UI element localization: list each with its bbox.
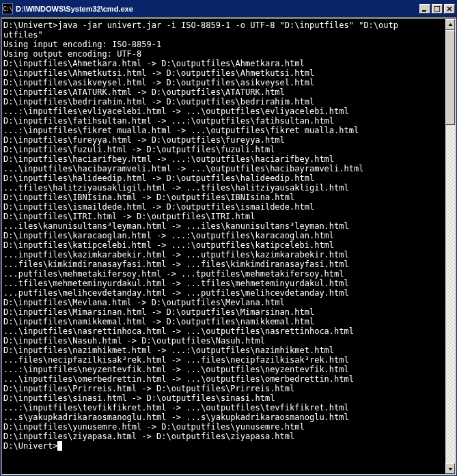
output-line: ...:\inputfiles\tevfikfikret.html -> ...… <box>3 403 445 412</box>
window-controls <box>418 4 455 14</box>
output-line: Using input encoding: ISO-8859-1 <box>3 40 445 49</box>
minimize-button[interactable] <box>419 4 430 14</box>
output-line: ...tfiles\mehmeteminyurdakul.html -> ...… <box>3 279 445 288</box>
output-line: ...inputfiles\kazimkarabekir.html -> ...… <box>3 250 445 260</box>
output-line: D:\inputfiles\ziyapasa.html -> D:\output… <box>3 432 445 441</box>
scroll-down-button[interactable] <box>445 463 455 474</box>
output-line: D:\inputfiles\bedrirahim.html -> D:\outp… <box>3 97 445 107</box>
output-line: D:\inputfiles\ATATURK.html -> D:\outputf… <box>3 87 445 97</box>
output-line: ...\inputfiles\omerbedrettin.html -> ...… <box>3 374 445 384</box>
output-line: D:\inputfiles\katipcelebi.html -> ...:\o… <box>3 240 445 250</box>
vertical-scrollbar[interactable] <box>445 18 456 475</box>
output-line: ...\inputfiles\hacibayramveli.html -> ..… <box>3 164 445 173</box>
output-line: ...putfiles\mehmetakifersoy.html -> ...t… <box>3 269 445 279</box>
output-line: D:\inputfiles\Mimarsinan.html -> D:\outp… <box>3 307 445 317</box>
output-line: ...putfiles\melihcevdetanday.html -> ...… <box>3 288 445 298</box>
output-line: D:\inputfiles\ITRI.html -> D:\outputfile… <box>3 212 445 221</box>
cursor <box>57 441 62 451</box>
titlebar[interactable]: C:\ D:\WINDOWS\System32\cmd.exe <box>1 1 456 17</box>
maximize-button[interactable] <box>432 4 443 14</box>
cmd-icon: C:\ <box>2 3 13 14</box>
output-line: D:\inputfiles\IBNIsina.html -> D:\output… <box>3 193 445 202</box>
window-title: D:\WINDOWS\System32\cmd.exe <box>16 5 418 13</box>
output-line: D:\inputfiles\Mevlana.html -> D:\outputf… <box>3 298 445 307</box>
output-line: D:\inputfiles\fuzuli.html -> D:\outputfi… <box>3 145 445 154</box>
output-line: D:\inputfiles\Prirreis.html -> D:\output… <box>3 384 445 393</box>
output-line: D:\inputfiles\nazimhikmet.html -> ...:\o… <box>3 346 445 355</box>
output-line: ...:\inputfiles\fikret mualla.html -> ..… <box>3 126 445 135</box>
client-area: D:\Univert>java -jar univert.jar -i ISO-… <box>1 17 456 475</box>
svg-rect-0 <box>422 10 426 12</box>
scroll-up-button[interactable] <box>445 19 455 30</box>
close-button[interactable] <box>444 4 455 14</box>
output-line: ...tfiles\halitziyausakligil.html -> ...… <box>3 183 445 193</box>
output-line: D:\inputfiles\Nasuh.html -> D:\outputfil… <box>3 336 445 346</box>
terminal-output[interactable]: D:\Univert>java -jar univert.jar -i ISO-… <box>1 18 445 475</box>
output-line: ...files\necipfazilkisak³rek.html -> ...… <box>3 355 445 365</box>
output-line: D:\inputfiles\haciarifbey.html -> ...:\o… <box>3 154 445 164</box>
output-line: ...iles\kanunisultans³leyman.html -> ...… <box>3 221 445 231</box>
output-line: ...files\kimkimdiranasayfasi.html -> ...… <box>3 260 445 269</box>
output-line: Using output encoding: UTF-8 <box>3 49 445 59</box>
output-line: D:\inputfiles\asikveysel.html -> D:\outp… <box>3 78 445 87</box>
prompt-line[interactable]: D:\Univert> <box>3 441 445 451</box>
output-line: ...:\inputfiles\evliyacelebi.html -> ...… <box>3 107 445 116</box>
svg-rect-1 <box>434 6 440 12</box>
output-line: ...s\yakupkadrikaraosmanoglu.html -> ...… <box>3 412 445 422</box>
output-line: D:\inputfiles\halideedip.html -> D:\outp… <box>3 173 445 183</box>
output-line: ...\inputfiles\nasrettinhoca.html -> ...… <box>3 326 445 336</box>
scrollbar-thumb[interactable] <box>445 30 455 125</box>
output-line: D:\inputfiles\Ahmetkutsi.html -> D:\outp… <box>3 68 445 78</box>
scrollbar-track[interactable] <box>445 30 455 463</box>
output-line: D:\inputfiles\yunusemre.html -> D:\outpu… <box>3 422 445 432</box>
output-line: D:\inputfiles\ismaildede.html -> D:\outp… <box>3 202 445 212</box>
output-line: ...:\inputfiles\neyzentevfik.html -> ...… <box>3 365 445 374</box>
output-line: D:\inputfiles\namikkemal.html -> D:\outp… <box>3 317 445 326</box>
output-line: D:\inputfiles\fureyya.html -> D:\outputf… <box>3 135 445 145</box>
cmd-window: C:\ D:\WINDOWS\System32\cmd.exe D:\Unive… <box>0 0 457 476</box>
output-line: D:\inputfiles\fatihsultan.html -> ...:\o… <box>3 116 445 126</box>
output-line: utfiles" <box>3 30 445 40</box>
output-line: D:\inputfiles\karacaoglan.html -> ...:\o… <box>3 231 445 240</box>
output-line: D:\Univert>java -jar univert.jar -i ISO-… <box>3 20 445 30</box>
output-line: D:\inputfiles\Ahmetkara.html -> D:\outpu… <box>3 59 445 68</box>
output-line: D:\inputfiles\sinasi.html -> D:\outputfi… <box>3 393 445 403</box>
